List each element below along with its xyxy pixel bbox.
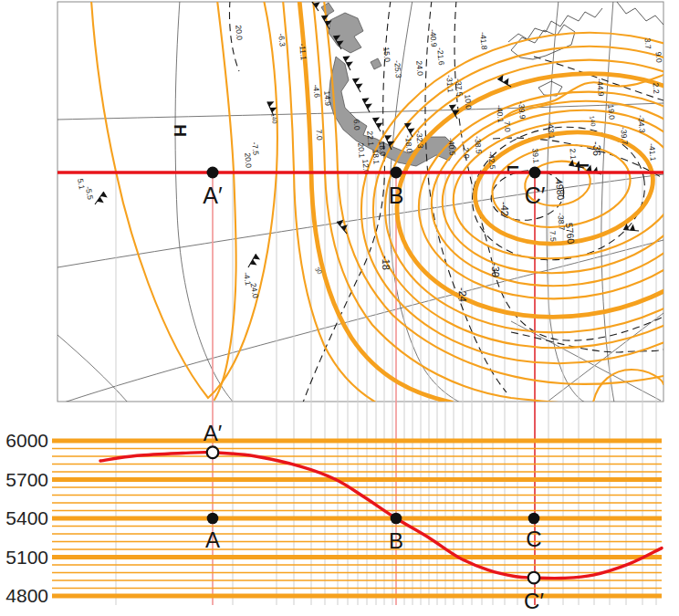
station-value-label: -39.9: [517, 101, 528, 120]
station-value-label: 2.2: [651, 82, 661, 94]
profile-marker-label: A′: [204, 421, 223, 445]
station-value-label: -18.0: [403, 135, 414, 153]
profile-marker-label: B: [389, 528, 403, 553]
station-value-label: 20.0: [234, 25, 244, 41]
station-value-label: -41.1: [647, 143, 658, 162]
profile-marker-label: C: [526, 527, 541, 551]
station-value-label: 7.0: [502, 120, 512, 132]
isotherm-value-label: -30: [490, 263, 501, 277]
station-value-label: 6.0: [351, 119, 361, 131]
station-value-label: 10.0: [463, 94, 473, 110]
profile-marker-open: [528, 572, 540, 584]
station-value-label: 39.1: [530, 148, 540, 164]
contour-value-label: 5760: [564, 222, 577, 245]
station-value-label: -40.9: [428, 29, 439, 47]
station-value-label: -40.5: [446, 138, 457, 156]
station-value-label: -39.7: [619, 127, 630, 145]
section-point-dot: [391, 167, 402, 179]
profile-marker-label: A: [205, 527, 220, 552]
height-axis-label: 6000: [5, 430, 48, 451]
station-value-label: 3.7: [642, 37, 653, 49]
station-value-label: 22.1: [365, 131, 375, 147]
station-value-label: 2.1: [568, 148, 578, 160]
station-value-label: 20.1: [356, 142, 366, 159]
station-value-label: 20.0: [243, 152, 253, 169]
station-value-label: -34.3: [636, 115, 647, 133]
station-value-label: -6.3: [277, 33, 287, 47]
height-axis-label: 5700: [5, 469, 48, 490]
station-value-label: 15.0: [381, 47, 392, 63]
station-value-label: -43.1: [546, 121, 557, 140]
section-point-dot: [529, 167, 541, 179]
isotherm-value-label: -42: [499, 202, 510, 216]
contour-value-label: 4980: [554, 178, 567, 201]
station-value-label: -31.1: [444, 75, 455, 93]
station-value-label: 9.0: [653, 51, 663, 63]
profile-marker-filled: [207, 513, 219, 525]
profile-marker-filled: [391, 513, 402, 525]
station-value-label: -4.6: [311, 84, 321, 99]
meteorology-figure: 20.0-6.3-11.1-4.614.915.0-25.324.0-40.9-…: [0, 0, 679, 616]
pressure-center-label: H: [171, 124, 190, 137]
section-point-dot: [207, 167, 219, 179]
station-value-label: -25.3: [392, 60, 403, 78]
station-value-label: 14.9: [322, 90, 332, 107]
section-point-label: A′: [203, 183, 223, 208]
profile-marker-filled: [528, 513, 540, 525]
station-value-label: -38.5: [473, 136, 484, 154]
station-value-label: 7.0: [314, 129, 324, 141]
isotherm-value-label: -36: [591, 141, 602, 156]
station-value-label: 24.0: [414, 60, 424, 77]
station-value-label: -41.8: [478, 32, 489, 50]
profile-marker-open: [207, 446, 219, 458]
station-value-label: -32.3: [414, 131, 425, 149]
station-value-label: -44.9: [595, 78, 606, 97]
profile-marker-label: C′: [524, 589, 544, 613]
isotherm-value-label: -24: [457, 287, 468, 302]
isotherm-value-label: -18: [381, 256, 392, 270]
section-point-label: C′: [525, 183, 546, 208]
figure-svg: 20.0-6.3-11.1-4.614.915.0-25.324.0-40.9-…: [0, 0, 679, 616]
station-value-label: 2.0: [461, 147, 471, 159]
height-axis-label: 5400: [5, 507, 48, 528]
station-value-label: 18.0: [377, 141, 387, 157]
section-point-label: B: [389, 183, 404, 208]
station-value-label: 19.0: [606, 104, 616, 120]
station-value-label: 7.5: [548, 230, 558, 242]
station-value-label: -40.1: [495, 105, 506, 123]
station-value-label: -11.1: [298, 43, 308, 61]
height-axis-label: 5100: [5, 547, 48, 568]
height-axis-label: 4800: [5, 585, 48, 606]
station-value-label: -21.6: [435, 47, 446, 66]
station-value-label: -42.5: [486, 151, 497, 170]
station-value-label: -37.5: [454, 78, 465, 97]
